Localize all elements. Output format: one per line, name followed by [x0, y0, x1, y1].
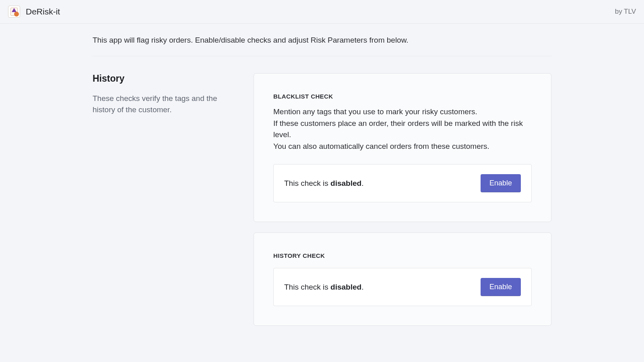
- history-check-card: HISTORY CHECK This check is disabled. En…: [254, 232, 551, 326]
- section-description: These checks verify the tags and the his…: [93, 93, 237, 115]
- blacklist-status-text: This check is disabled.: [284, 179, 363, 188]
- blacklist-check-description: Mention any tags that you use to mark yo…: [273, 106, 532, 152]
- status-suffix: .: [361, 179, 363, 187]
- history-section: History These checks verify the tags and…: [93, 73, 551, 326]
- blacklist-check-card: BLACKLIST CHECK Mention any tags that yo…: [254, 73, 551, 222]
- intro-text: This app will flag risky orders. Enable/…: [93, 36, 551, 56]
- blacklist-enable-button[interactable]: Enable: [481, 174, 521, 192]
- section-side: History These checks verify the tags and…: [93, 73, 237, 115]
- section-title: History: [93, 73, 237, 84]
- blacklist-check-heading: BLACKLIST CHECK: [273, 93, 532, 100]
- blacklist-status-box: This check is disabled. Enable: [273, 164, 532, 202]
- main-content: This app will flag risky orders. Enable/…: [93, 24, 551, 326]
- history-status-box: This check is disabled. Enable: [273, 268, 532, 306]
- app-title: DeRisk-it: [26, 7, 60, 16]
- app-icon: [8, 6, 20, 18]
- header-left: DeRisk-it: [8, 6, 60, 18]
- app-header: DeRisk-it by TLV: [0, 0, 644, 24]
- status-state: disabled: [330, 179, 361, 187]
- blacklist-desc-line2: If these customers place an order, their…: [273, 119, 523, 139]
- blacklist-desc-line3: You can also automatically cancel orders…: [273, 142, 489, 150]
- status-prefix: This check is: [284, 283, 330, 291]
- section-cards: BLACKLIST CHECK Mention any tags that yo…: [254, 73, 551, 326]
- status-suffix: .: [361, 283, 363, 291]
- status-state: disabled: [330, 283, 361, 291]
- status-prefix: This check is: [284, 179, 330, 187]
- by-line: by TLV: [615, 8, 636, 16]
- history-enable-button[interactable]: Enable: [481, 278, 521, 296]
- history-check-heading: HISTORY CHECK: [273, 252, 532, 259]
- history-status-text: This check is disabled.: [284, 283, 363, 292]
- blacklist-desc-line1: Mention any tags that you use to mark yo…: [273, 107, 477, 116]
